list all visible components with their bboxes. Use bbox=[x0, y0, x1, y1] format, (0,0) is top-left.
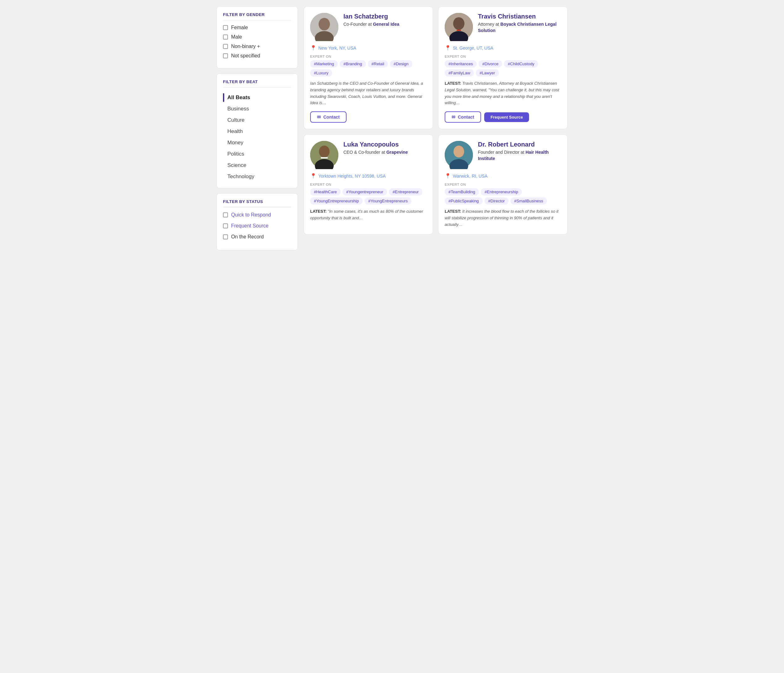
expert-card-travis-christiansen: Travis Christiansen Attorney at Boyack C… bbox=[438, 6, 568, 129]
card-info: Luka Yancopoulos CEO & Co-founder at Gra… bbox=[344, 141, 408, 156]
location-icon: 📍 bbox=[310, 173, 316, 179]
card-info: Dr. Robert Leonard Founder and Director … bbox=[478, 141, 561, 162]
tag: #FamilyLaw bbox=[445, 69, 474, 76]
location-icon: 📍 bbox=[445, 173, 451, 179]
card-header: Luka Yancopoulos CEO & Co-founder at Gra… bbox=[310, 141, 426, 169]
sidebar: FILTER BY GENDER Female Male Non-binary … bbox=[216, 6, 298, 250]
location-icon: 📍 bbox=[445, 45, 451, 51]
tag: #Director bbox=[484, 197, 509, 204]
expert-location: 📍 Warwick, RI, USA bbox=[445, 173, 561, 179]
expert-title: Founder and Director at Hair Health Inst… bbox=[478, 150, 561, 162]
gender-female[interactable]: Female bbox=[223, 25, 291, 30]
gender-female-checkbox[interactable] bbox=[223, 25, 228, 30]
expert-title: CEO & Co-founder at Grapevine bbox=[344, 150, 408, 156]
beat-item-money[interactable]: Money bbox=[223, 137, 291, 148]
gender-male-checkbox[interactable] bbox=[223, 34, 228, 39]
gender-male-label: Male bbox=[231, 34, 242, 40]
beat-item-health[interactable]: Health bbox=[223, 126, 291, 137]
expert-tags: #Inheritances #Divorce #ChildCustody #Fa… bbox=[445, 60, 561, 76]
beat-item-science[interactable]: Science bbox=[223, 160, 291, 171]
avatar bbox=[445, 13, 473, 41]
expert-on-label: EXPERT ON bbox=[445, 182, 561, 186]
gender-filter-title: FILTER BY GENDER bbox=[223, 12, 291, 20]
expert-name: Travis Christiansen bbox=[478, 13, 561, 20]
expert-name: Ian Schatzberg bbox=[344, 13, 399, 20]
gender-nonbinary-checkbox[interactable] bbox=[223, 44, 228, 49]
gender-male[interactable]: Male bbox=[223, 34, 291, 40]
expert-name: Dr. Robert Leonard bbox=[478, 141, 561, 148]
expert-location: 📍 New York, NY, USA bbox=[310, 45, 426, 51]
expert-bio: Ian Schatzberg is the CEO and Co-Founder… bbox=[310, 80, 426, 106]
tag: #YoungEntrepreneurship bbox=[310, 197, 362, 204]
card-info: Travis Christiansen Attorney at Boyack C… bbox=[478, 13, 561, 34]
beat-item-all[interactable]: All Beats bbox=[223, 92, 291, 103]
status-onrecord-checkbox[interactable] bbox=[223, 234, 228, 239]
tag: #ChildCustody bbox=[504, 60, 538, 67]
status-filter: FILTER BY STATUS Quick to Respond Freque… bbox=[216, 193, 298, 250]
avatar bbox=[310, 13, 338, 41]
status-quick-checkbox[interactable] bbox=[223, 212, 228, 217]
tag: #SmallBusiness bbox=[510, 197, 547, 204]
card-info: Ian Schatzberg Co-Founder at General Ide… bbox=[344, 13, 399, 28]
status-filter-title: FILTER BY STATUS bbox=[223, 199, 291, 207]
gender-notspecified-label: Not specified bbox=[231, 53, 260, 59]
svg-rect-10 bbox=[321, 157, 328, 159]
beat-item-technology[interactable]: Technology bbox=[223, 171, 291, 182]
location-icon: 📍 bbox=[310, 45, 316, 51]
beat-filter-title: FILTER BY BEAT bbox=[223, 79, 291, 87]
status-frequent-checkbox[interactable] bbox=[223, 223, 228, 228]
status-onrecord[interactable]: On the Record bbox=[223, 234, 291, 240]
tag: #Entrepreneurship bbox=[481, 188, 522, 195]
tag: #TeamBuilding bbox=[445, 188, 479, 195]
gender-notspecified-checkbox[interactable] bbox=[223, 53, 228, 58]
card-header: Ian Schatzberg Co-Founder at General Ide… bbox=[310, 13, 426, 41]
status-frequent-label: Frequent Source bbox=[231, 223, 268, 229]
expert-tags: #Marketing #Branding #Retail #Design #Lu… bbox=[310, 60, 426, 76]
tag: #Marketing bbox=[310, 60, 338, 67]
tag: #Youngentrepreneur bbox=[342, 188, 387, 195]
svg-point-12 bbox=[453, 146, 464, 157]
beat-item-culture[interactable]: Culture bbox=[223, 115, 291, 126]
gender-filter: FILTER BY GENDER Female Male Non-binary … bbox=[216, 6, 298, 69]
expert-card-robert-leonard: Dr. Robert Leonard Founder and Director … bbox=[438, 134, 568, 234]
expert-location: 📍 St. George, UT, USA bbox=[445, 45, 561, 51]
status-frequent[interactable]: Frequent Source bbox=[223, 223, 291, 229]
gender-female-label: Female bbox=[231, 25, 248, 30]
contact-button[interactable]: ✉ Contact bbox=[445, 111, 481, 123]
tag: #PublicSpeaking bbox=[445, 197, 483, 204]
gender-notspecified[interactable]: Not specified bbox=[223, 53, 291, 59]
avatar bbox=[445, 141, 473, 169]
expert-title: Co-Founder at General Idea bbox=[344, 21, 399, 28]
frequent-source-button[interactable]: Frequent Source bbox=[484, 112, 529, 122]
svg-point-4 bbox=[453, 17, 464, 30]
expert-on-section: EXPERT ON #Inheritances #Divorce #ChildC… bbox=[445, 55, 561, 76]
card-actions: ✉ Contact bbox=[310, 111, 426, 123]
svg-rect-6 bbox=[457, 30, 461, 31]
beat-item-business[interactable]: Business bbox=[223, 103, 291, 115]
gender-nonbinary[interactable]: Non-binary + bbox=[223, 44, 291, 49]
expert-on-section: EXPERT ON #Marketing #Branding #Retail #… bbox=[310, 55, 426, 76]
gender-nonbinary-label: Non-binary + bbox=[231, 44, 260, 49]
expert-latest: LATEST: "In some cases, it's as much as … bbox=[310, 208, 426, 221]
avatar bbox=[310, 141, 338, 169]
status-quick[interactable]: Quick to Respond bbox=[223, 212, 291, 218]
card-header: Dr. Robert Leonard Founder and Director … bbox=[445, 141, 561, 169]
tag: #Lawyer bbox=[476, 69, 499, 76]
tag: #YoungEntrepreneurs bbox=[364, 197, 411, 204]
tag: #Entrepreneur bbox=[389, 188, 422, 195]
tag: #Design bbox=[390, 60, 412, 67]
experts-grid: Ian Schatzberg Co-Founder at General Ide… bbox=[303, 6, 568, 250]
tag: #Divorce bbox=[479, 60, 502, 67]
expert-card-ian-schatzberg: Ian Schatzberg Co-Founder at General Ide… bbox=[303, 6, 433, 129]
expert-latest: LATEST: It increases the blood flow to e… bbox=[445, 208, 561, 228]
beat-item-politics[interactable]: Politics bbox=[223, 148, 291, 160]
contact-button[interactable]: ✉ Contact bbox=[310, 111, 347, 123]
expert-card-luka-yancopoulos: Luka Yancopoulos CEO & Co-founder at Gra… bbox=[303, 134, 433, 234]
tag: #Retail bbox=[368, 60, 388, 67]
expert-on-section: EXPERT ON #HealthCare #Youngentrepreneur… bbox=[310, 182, 426, 204]
beat-list: All Beats Business Culture Health Money … bbox=[223, 92, 291, 182]
tag: #Luxury bbox=[310, 69, 332, 76]
expert-on-label: EXPERT ON bbox=[445, 55, 561, 58]
expert-location: 📍 Yorktown Heights, NY 10598, USA bbox=[310, 173, 426, 179]
expert-tags: #HealthCare #Youngentrepreneur #Entrepre… bbox=[310, 188, 426, 204]
